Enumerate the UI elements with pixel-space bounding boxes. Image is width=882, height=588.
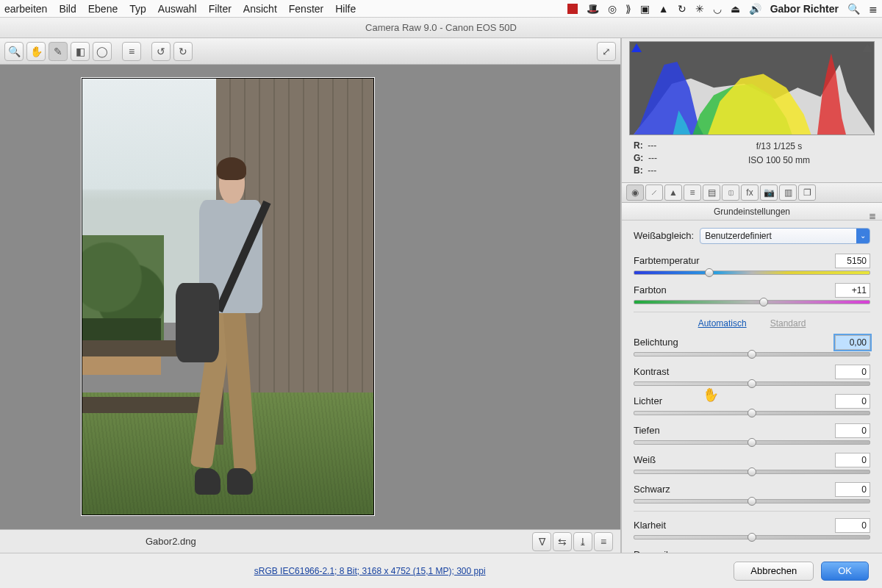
panel-title: Grundeinstellungen ≣: [622, 203, 882, 220]
exposure-value[interactable]: 0,00: [835, 335, 870, 350]
menu-image[interactable]: Bild: [59, 3, 76, 15]
tab-split-icon[interactable]: ▤: [703, 184, 720, 201]
tint-value[interactable]: +11: [835, 283, 870, 298]
cancel-button[interactable]: Abbrechen: [734, 562, 814, 581]
exif-line1: f/13 1/125 s: [688, 140, 870, 154]
bluetooth-icon: ✳︎: [695, 3, 704, 15]
eject-icon: ⏏: [731, 3, 740, 15]
tab-snapshots-icon[interactable]: ❐: [798, 184, 816, 201]
footer: sRGB IEC61966-2.1; 8 Bit; 3168 x 4752 (1…: [0, 553, 882, 588]
color-sampler-icon[interactable]: ◧: [71, 42, 90, 61]
menu-edit[interactable]: earbeiten: [4, 3, 47, 15]
exposure-label: Belichtung: [634, 337, 835, 348]
auto-link[interactable]: Automatisch: [698, 318, 747, 329]
whites-slider[interactable]: [634, 470, 870, 474]
clarity-label: Klarheit: [634, 520, 835, 531]
exif-line2: ISO 100 50 mm: [688, 154, 870, 168]
temp-slider[interactable]: [634, 270, 870, 275]
whites-label: Weiß: [634, 454, 835, 465]
readout-block: R: --- G: --- B: --- f/13 1/125 s ISO 10…: [622, 135, 882, 182]
wb-tool-icon[interactable]: ✎: [49, 42, 68, 61]
tab-hsl-icon[interactable]: ≡: [684, 184, 701, 201]
wave-icon: ⟫: [625, 3, 631, 15]
menu-type[interactable]: Typ: [129, 3, 146, 15]
tab-camera-icon[interactable]: 📷: [760, 184, 778, 201]
chevron-down-icon: ⌄: [856, 229, 870, 243]
contrast-slider[interactable]: [634, 381, 870, 386]
menu-view[interactable]: Ansicht: [243, 3, 277, 15]
display-icon: ▣: [640, 3, 650, 15]
temp-value[interactable]: 5150: [835, 254, 870, 268]
rotate-ccw-icon[interactable]: ↺: [151, 42, 171, 61]
temp-label: Farbtemperatur: [634, 255, 835, 266]
rotate-cw-icon[interactable]: ↻: [173, 42, 193, 61]
blacks-label: Schwarz: [634, 484, 835, 495]
user-name[interactable]: Gabor Richter: [770, 3, 839, 15]
prefs-icon[interactable]: ≡: [594, 532, 613, 551]
tab-lens-icon[interactable]: ⎅: [722, 184, 739, 201]
clarity-slider[interactable]: [634, 535, 870, 539]
filter-icon[interactable]: ∇: [532, 532, 551, 551]
workflow-link[interactable]: sRGB IEC61966-2.1; 8 Bit; 3168 x 4752 (1…: [254, 566, 486, 576]
ok-button[interactable]: OK: [821, 562, 869, 581]
wb-select[interactable]: Benutzerdefiniert ⌄: [700, 228, 870, 244]
window-title: Camera Raw 9.0 - Canon EOS 50D: [0, 18, 882, 38]
contrast-value[interactable]: 0: [835, 365, 870, 379]
photo-preview: [82, 78, 374, 515]
shadows-slider[interactable]: [634, 440, 870, 445]
exposure-slider[interactable]: [634, 352, 870, 356]
highlights-label: Lichter: [634, 395, 835, 406]
sync-icon[interactable]: ⇆: [553, 532, 572, 551]
tab-detail-icon[interactable]: ▲: [664, 184, 682, 201]
tab-presets-icon[interactable]: ▥: [779, 184, 797, 201]
standard-link[interactable]: Standard: [770, 318, 806, 329]
fullscreen-icon[interactable]: ⤢: [597, 42, 616, 61]
panel-tabs: ◉ ⟋ ▲ ≡ ▤ ⎅ fx 📷 ▥ ❐: [622, 182, 882, 202]
panel-menu-icon[interactable]: ≣: [869, 207, 876, 225]
tab-curve-icon[interactable]: ⟋: [645, 184, 663, 201]
timemachine-icon: ↻: [678, 3, 686, 15]
highlights-value[interactable]: 0: [835, 394, 870, 409]
volume-icon: 🔊: [749, 3, 761, 15]
spotlight-icon[interactable]: 🔍: [847, 3, 860, 15]
clarity-value[interactable]: 0: [835, 518, 870, 533]
histogram[interactable]: [629, 41, 875, 135]
hand-tool-icon[interactable]: ✋: [26, 42, 46, 61]
tab-fx-icon[interactable]: fx: [741, 184, 759, 201]
status-app-icon: [567, 4, 578, 14]
vibrance-label: Dynamik: [634, 549, 870, 553]
tint-label: Farbton: [634, 284, 835, 295]
shadows-label: Tiefen: [634, 425, 835, 436]
zoom-tool-icon[interactable]: 🔍: [4, 42, 24, 61]
save-image-icon[interactable]: ⤓: [573, 532, 592, 551]
airplay-icon: ▲: [659, 3, 669, 15]
menu-layer[interactable]: Ebene: [88, 3, 118, 15]
blacks-value[interactable]: 0: [835, 482, 870, 497]
highlights-slider[interactable]: [634, 411, 870, 415]
filename-label: Gabor2.dng: [146, 536, 196, 547]
menu-window[interactable]: Fenster: [289, 3, 323, 15]
mac-menubar: earbeiten Bild Ebene Typ Auswahl Filter …: [0, 0, 882, 18]
tab-basic-icon[interactable]: ◉: [626, 184, 644, 201]
wifi-icon: ◡: [713, 3, 722, 15]
wb-label: Weißabgleich:: [634, 230, 694, 241]
menu-select[interactable]: Auswahl: [158, 3, 197, 15]
whites-value[interactable]: 0: [835, 453, 870, 467]
left-toolbar: 🔍 ✋ ✎ ◧ ◯ ≡ ↺ ↻ ⤢: [0, 38, 620, 65]
tint-slider[interactable]: [634, 300, 870, 304]
crop-tool-icon[interactable]: ≡: [122, 42, 141, 61]
menu-filter[interactable]: Filter: [209, 3, 232, 15]
preview-canvas[interactable]: [0, 65, 620, 529]
menu-help[interactable]: Hilfe: [335, 3, 356, 15]
contrast-label: Kontrast: [634, 366, 835, 377]
hat-icon: 🎩: [587, 3, 599, 15]
shadows-value[interactable]: 0: [835, 423, 870, 438]
cc-icon: ◎: [608, 3, 617, 15]
list-icon[interactable]: ≣: [869, 3, 878, 15]
target-adjust-icon[interactable]: ◯: [93, 42, 112, 61]
blacks-slider[interactable]: [634, 499, 870, 503]
